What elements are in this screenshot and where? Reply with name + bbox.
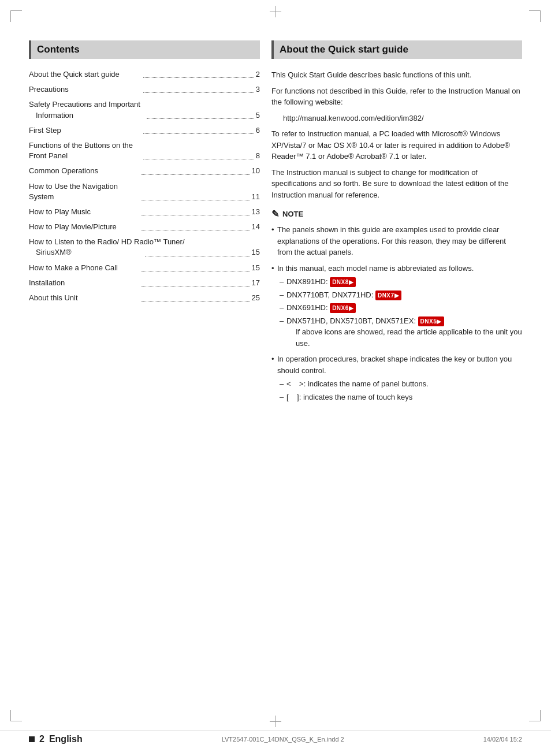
page-number: 2 English [29,734,83,744]
toc-title-2: Safety Precautions and Important [29,99,260,110]
toc-row-sub-9: SiriusXM® 15 [29,247,260,258]
toc-page-9: 15 [252,247,260,258]
cross-mark-bottom [270,716,281,727]
note-item-3: In operation procedures, bracket shape i… [271,353,522,403]
toc-page-3: 6 [256,125,260,136]
toc-title-12: About this Unit [29,293,140,303]
toc-dots-10 [142,271,250,271]
toc-item-3: First Step 6 [29,125,260,136]
note-item-1: The panels shown in this guide are examp… [271,224,522,258]
toc-page-1: 3 [256,84,260,95]
toc-item-2: Safety Precautions and Important Informa… [29,99,260,120]
toc-page-0: 2 [256,69,260,80]
toc-item-4: Functions of the Buttons on the Front Pa… [29,140,260,161]
toc-page-6: 11 [252,192,260,202]
contents-column: Contents About the Quick start guide 2 P… [29,40,260,407]
about-para-3: To refer to Instruction manual, a PC loa… [271,128,522,162]
contents-title: Contents [37,44,254,55]
model-item-dnx5: DNX571HD, DNX5710BT, DNX571EX: DNX5▶ If … [277,315,522,349]
about-title: About the Quick start guide [280,44,516,55]
dnx7-badge: DNX7▶ [375,291,401,300]
toc-item-11: Installation 17 [29,278,260,288]
toc-dots-6 [142,200,250,200]
note-item-2: In this manual, each model name is abbre… [271,263,522,349]
note-section: ✎ NOTE The panels shown in this guide ar… [271,208,522,403]
toc-item-9: How to Listen to the Radio/ HD Radio™ Tu… [29,237,260,258]
toc-dots-4 [143,159,254,159]
toc-title-0: About the Quick start guide [29,69,142,80]
dnx5-badge: DNX5▶ [418,316,444,326]
toc-dots-5 [142,174,250,175]
contents-header: Contents [29,40,260,59]
toc-dots-1 [143,92,254,93]
page-language: English [49,734,83,744]
bracket-list: < >: indicates the name of panel buttons… [277,378,522,403]
toc-title-4: Functions of the Buttons on the Front Pa… [29,140,142,161]
page-num: 2 [39,734,44,744]
main-content: Contents About the Quick start guide 2 P… [0,0,551,459]
toc-item-5: Common Operations 10 [29,166,260,176]
toc-subtitle-9: SiriusXM® [29,247,143,258]
toc-item-10: How to Make a Phone Call 15 [29,263,260,273]
cross-mark-top [270,6,281,17]
about-para-2: For functions not described in this Guid… [271,85,522,108]
toc-page-5: 10 [252,166,260,176]
toc-title-10: How to Make a Phone Call [29,263,140,273]
footer-timestamp: 14/02/04 15:2 [483,736,522,743]
toc-list: About the Quick start guide 2 Precaution… [29,69,260,303]
toc-title-11: Installation [29,278,140,288]
model-sub-list: DNX891HD: DNX8▶ DNX7710BT, DNX771HD: DNX… [277,276,522,349]
toc-dots-3 [143,133,254,134]
corner-mark-bl [10,710,22,721]
dnx8-badge: DNX8▶ [330,277,356,287]
toc-title-5: Common Operations [29,166,140,176]
about-header: About the Quick start guide [271,40,522,59]
toc-item-1: Precautions 3 [29,84,260,95]
toc-page-4: 8 [256,151,260,161]
note-list: The panels shown in this guide are examp… [271,224,522,403]
toc-page-11: 17 [252,278,260,288]
toc-dots-11 [142,286,250,286]
toc-title-7: How to Play Music [29,207,140,217]
toc-dots-0 [143,77,254,78]
toc-item-7: How to Play Music 13 [29,207,260,217]
toc-page-10: 15 [252,263,260,273]
page-footer: 2 English LVT2547-001C_14DNX_QSG_K_En.in… [0,731,551,744]
toc-item-0: About the Quick start guide 2 [29,69,260,80]
note-header: ✎ NOTE [271,208,522,219]
corner-mark-tr [529,10,541,22]
about-para-4: The Instruction manual is subject to cha… [271,167,522,201]
toc-item-6: How to Use the Navigation System 11 [29,181,260,202]
toc-dots-9 [145,256,250,256]
dnx6-badge: DNX6▶ [330,303,356,313]
toc-title-8: How to Play Movie/Picture [29,222,140,232]
toc-title-6: How to Use the Navigation System [29,181,140,202]
model-item-dnx6: DNX691HD: DNX6▶ [277,302,522,314]
toc-item-12: About this Unit 25 [29,293,260,303]
page-container: Contents About the Quick start guide 2 P… [0,0,551,756]
about-url: http://manual.kenwood.com/edition/im382/ [271,113,522,124]
toc-page-2: 5 [256,110,260,121]
toc-row-9: How to Listen to the Radio/ HD Radio™ Tu… [29,237,260,247]
toc-page-12: 25 [252,293,260,303]
toc-dots-8 [142,230,250,230]
toc-row-2: Safety Precautions and Important [29,99,260,110]
corner-mark-br [529,710,541,721]
toc-dots-7 [142,215,250,215]
page-square-icon [29,736,35,742]
toc-item-8: How to Play Movie/Picture 14 [29,222,260,232]
toc-dots-2 [147,118,254,119]
toc-subtitle-2: Information [29,110,145,121]
corner-mark-tl [10,10,22,22]
toc-row-sub-2: Information 5 [29,110,260,121]
note-icon: ✎ [271,208,279,219]
model-note: If above icons are showed, read the arti… [286,326,522,349]
about-para-1: This Quick Start Guide describes basic f… [271,69,522,81]
toc-title-3: First Step [29,125,142,136]
toc-page-7: 13 [252,207,260,217]
model-item-dnx8: DNX891HD: DNX8▶ [277,276,522,288]
about-body: This Quick Start Guide describes basic f… [271,69,522,200]
note-label: NOTE [282,210,303,218]
footer-filename: LVT2547-001C_14DNX_QSG_K_En.indd 2 [222,736,344,743]
bracket-item-1: < >: indicates the name of panel buttons… [277,378,522,390]
